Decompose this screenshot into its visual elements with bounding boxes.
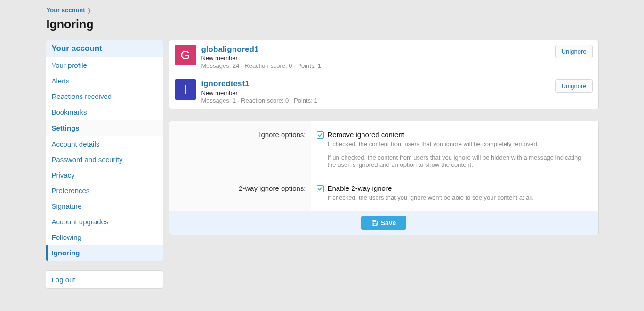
sidebar-item-alerts[interactable]: Alerts: [46, 73, 163, 89]
user-title: New member: [201, 90, 550, 97]
sidebar-item-privacy[interactable]: Privacy: [46, 167, 163, 183]
unignore-button[interactable]: Unignore: [555, 79, 593, 93]
sidebar-item-reactions[interactable]: Reactions received: [46, 89, 163, 104]
breadcrumb-link-account[interactable]: Your account: [47, 7, 85, 14]
page-title: Ignoring: [47, 17, 599, 31]
enable-twoway-ignore-checkbox[interactable]: Enable 2-way ignore: [317, 184, 591, 192]
sidebar-item-upgrades[interactable]: Account upgrades: [46, 214, 163, 229]
sidebar-heading-settings: Settings: [46, 120, 163, 136]
user-title: New member: [201, 55, 550, 62]
sidebar-item-preferences[interactable]: Preferences: [46, 183, 163, 198]
user-stats: Messages: 24 · Reaction score: 0 · Point…: [201, 62, 550, 69]
unignore-button[interactable]: Unignore: [555, 45, 593, 58]
user-name-link[interactable]: ignoredtest1: [201, 79, 550, 89]
sidebar-item-password[interactable]: Password and security: [46, 152, 163, 167]
checkbox-checked-icon: [317, 185, 324, 192]
sidebar-item-ignoring[interactable]: Ignoring: [46, 245, 163, 261]
sidebar-item-following[interactable]: Following: [46, 229, 163, 245]
ignore-options-desc: If checked, the content from users that …: [328, 140, 591, 168]
chevron-right-icon: ❯: [87, 8, 91, 13]
sidebar-item-bookmarks[interactable]: Bookmarks: [46, 104, 163, 120]
user-stats: Messages: 1 · Reaction score: 0 · Points…: [201, 97, 550, 104]
sidebar-item-profile[interactable]: Your profile: [46, 57, 163, 73]
ignore-options-block: Ignore options: Remove ignored content I…: [169, 121, 599, 235]
user-row: Gglobalignored1New memberMessages: 24 · …: [169, 40, 598, 74]
ignored-users-list: Gglobalignored1New memberMessages: 24 · …: [169, 40, 599, 109]
save-bar: Save: [169, 211, 598, 235]
avatar[interactable]: G: [175, 45, 196, 65]
save-icon: [371, 220, 378, 226]
twoway-ignore-options-label: 2-way ignore options:: [169, 178, 311, 211]
user-info: ignoredtest1New memberMessages: 1 · Reac…: [201, 79, 550, 104]
remove-ignored-content-checkbox[interactable]: Remove ignored content: [317, 131, 591, 139]
user-row: Iignoredtest1New memberMessages: 1 · Rea…: [169, 74, 598, 108]
user-info: globalignored1New memberMessages: 24 · R…: [201, 45, 550, 69]
ignore-options-row: Ignore options: Remove ignored content I…: [169, 121, 598, 178]
ignore-options-label: Ignore options:: [169, 121, 311, 178]
sidebar-block: Your account Your profile Alerts Reactio…: [46, 40, 163, 261]
sidebar-item-account-details[interactable]: Account details: [46, 136, 163, 152]
sidebar-item-signature[interactable]: Signature: [46, 198, 163, 214]
user-name-link[interactable]: globalignored1: [201, 45, 550, 54]
twoway-ignore-options-row: 2-way ignore options: Enable 2-way ignor…: [169, 178, 598, 211]
twoway-ignore-options-desc: If checked, the users that you ignore wo…: [328, 194, 591, 201]
avatar[interactable]: I: [175, 79, 196, 100]
breadcrumb: Your account❯: [46, 0, 599, 16]
sidebar-item-logout[interactable]: Log out: [46, 270, 163, 289]
sidebar-heading-account[interactable]: Your account: [46, 40, 163, 57]
save-button[interactable]: Save: [361, 216, 407, 230]
checkbox-checked-icon: [317, 131, 324, 139]
